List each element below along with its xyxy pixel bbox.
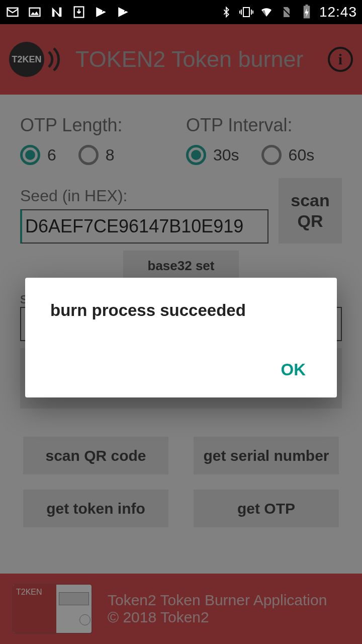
play-icon-2 — [116, 5, 131, 20]
bluetooth-icon — [219, 5, 234, 20]
svg-rect-3 — [243, 8, 249, 17]
download-icon — [71, 5, 86, 20]
wifi-icon — [259, 5, 274, 20]
image-icon — [27, 5, 42, 20]
vibrate-icon — [239, 5, 254, 20]
status-clock: 12:43 — [319, 4, 357, 20]
success-dialog: burn process succeeded OK — [25, 278, 337, 397]
app-n-icon — [49, 5, 64, 20]
no-sim-icon — [279, 5, 294, 20]
svg-rect-5 — [305, 5, 308, 7]
status-bar: 12:43 — [0, 0, 362, 24]
battery-icon — [299, 5, 314, 20]
mail-icon — [5, 5, 20, 20]
dialog-ok-button[interactable]: OK — [275, 355, 312, 384]
play-icon — [94, 5, 109, 20]
dialog-message: burn process succeeded — [50, 301, 312, 320]
